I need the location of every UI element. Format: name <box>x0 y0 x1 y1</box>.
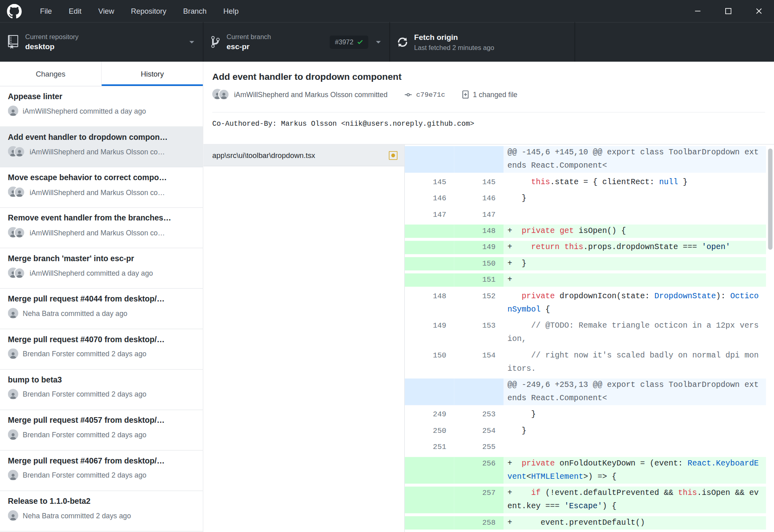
scrollbar-thumb[interactable] <box>768 149 772 250</box>
new-line-number: 154 <box>454 349 504 376</box>
maximize-button[interactable] <box>713 0 743 22</box>
github-desktop-window: FileEditViewRepositoryBranchHelp Current… <box>0 0 774 532</box>
commit-list-item[interactable]: Merge pull request #4057 from desktop/…B… <box>0 410 203 451</box>
changed-files-icon <box>462 90 470 99</box>
diff-code-text: this.state = { clientRect: null } <box>504 176 766 189</box>
old-line-number <box>405 241 454 254</box>
commit-summary: Add event handler to dropdown component … <box>203 62 774 145</box>
commit-item-title: Merge branch 'master' into esc-pr <box>8 254 195 263</box>
diff-code-text: } <box>504 424 766 438</box>
diff-code-text: } <box>504 192 766 205</box>
menu-branch[interactable]: Branch <box>175 0 215 22</box>
diff-added-line: 150+ } <box>405 256 766 272</box>
diff-code-text: + <box>504 273 766 287</box>
check-icon <box>357 39 363 46</box>
commit-item-title: Merge pull request #4044 from desktop/… <box>8 295 195 303</box>
sidebar: Changes History Appease linteriAmWillShe… <box>0 62 203 532</box>
old-line-number: 251 <box>405 441 454 454</box>
minimize-button[interactable] <box>682 0 713 22</box>
sync-icon <box>398 36 407 48</box>
new-line-number: 257 <box>454 486 504 513</box>
diff-code-text: } <box>504 408 766 422</box>
tab-changes[interactable]: Changes <box>0 62 102 86</box>
commit-list-item[interactable]: Remove event handler from the branches…i… <box>0 208 203 248</box>
diff-view: @@ -145,6 +145,10 @@ export class Toolba… <box>405 145 766 532</box>
old-line-number: 145 <box>405 176 454 189</box>
current-repository-button[interactable]: Current repository desktop <box>0 22 203 62</box>
avatar-pair <box>8 227 25 238</box>
new-line-number: 151 <box>454 273 504 287</box>
avatar <box>8 348 19 359</box>
new-line-number: 150 <box>454 257 504 270</box>
diff-context-line: 145145 this.state = { clientRect: null } <box>405 174 766 190</box>
commit-list-item[interactable]: Merge pull request #4044 from desktop/…N… <box>0 289 203 329</box>
file-list-item[interactable]: app\src\ui\toolbar\dropdown.tsx <box>203 145 404 166</box>
diff-code-text: + private get isOpen() { <box>504 224 766 238</box>
diff-code-text: + return this.props.dropdownState === 'o… <box>504 241 766 254</box>
commit-list-item[interactable]: Release to 1.1.0-beta2Neha Batra committ… <box>0 491 203 531</box>
commit-item-title: Appease linter <box>8 92 195 101</box>
avatar-pair <box>8 187 25 198</box>
diff-code-text <box>504 208 766 222</box>
diff-code-text: private dropdownIcon(state: DropdownStat… <box>504 290 766 316</box>
commit-list-item[interactable]: Merge pull request #4070 from desktop/…B… <box>0 329 203 370</box>
avatar-stack <box>8 308 19 318</box>
avatar <box>8 429 19 440</box>
menu-help[interactable]: Help <box>215 0 247 22</box>
commit-list-item[interactable]: Merge branch 'master' into esc-priAmWill… <box>0 248 203 289</box>
current-branch-label: Current branch <box>227 33 271 40</box>
commit-list-item[interactable]: Move escape behavior to correct compo…iA… <box>0 167 203 208</box>
new-line-number: 256 <box>454 457 504 484</box>
commit-list-item[interactable]: Merge pull request #4067 from desktop/…B… <box>0 451 203 491</box>
old-line-number: 147 <box>405 208 454 222</box>
menu-view[interactable]: View <box>90 0 123 22</box>
new-line-number: 149 <box>454 241 504 254</box>
commit-item-byline: iAmWillShepherd and Markus Olsson co… <box>29 229 165 237</box>
changed-files-list: app\src\ui\toolbar\dropdown.tsx <box>203 145 405 532</box>
new-line-number: 145 <box>454 176 504 189</box>
commit-item-byline: iAmWillShepherd committed a day ago <box>29 269 153 277</box>
old-line-number <box>405 457 454 484</box>
diff-added-line: 149+ return this.props.dropdownState ===… <box>405 239 766 256</box>
menu-file[interactable]: File <box>31 0 60 22</box>
fetch-status: Last fetched 2 minutes ago <box>414 44 494 51</box>
commit-list-item[interactable]: Appease linteriAmWillShepherd committed … <box>0 86 203 127</box>
old-line-number <box>405 378 454 405</box>
fetch-origin-button[interactable]: Fetch origin Last fetched 2 minutes ago <box>390 22 575 62</box>
commit-list-item[interactable]: Add event handler to dropdown compon…iAm… <box>0 127 203 167</box>
diff-code-text: + event.preventDefault() <box>504 516 766 530</box>
maximize-icon <box>725 8 731 15</box>
menu-repository[interactable]: Repository <box>123 0 175 22</box>
old-line-number: 149 <box>405 319 454 346</box>
diff-context-line: 149153 // @TODO: Remake triangle octicon… <box>405 318 766 347</box>
commit-item-byline: iAmWillShepherd committed a day ago <box>23 107 146 115</box>
avatar <box>8 389 19 399</box>
commit-item-title: Merge pull request #4057 from desktop/… <box>8 416 195 425</box>
commit-byline: iAmWillShepherd and Markus Olsson commit… <box>234 91 387 99</box>
avatar-pair <box>8 268 25 279</box>
avatar <box>8 106 19 116</box>
avatar <box>14 268 25 279</box>
diff-code-text: + if (!event.defaultPrevented && this.is… <box>504 486 766 513</box>
avatar-stack <box>8 429 19 440</box>
git-commit-icon <box>404 91 413 99</box>
commit-list-item[interactable]: bump to beta3Brendan Forster committed 2… <box>0 370 203 410</box>
tab-history[interactable]: History <box>102 62 203 86</box>
diff-hunk-header: @@ -145,6 +145,10 @@ export class Toolba… <box>405 145 766 174</box>
commit-item-byline: Neha Batra committed 2 days ago <box>23 511 131 520</box>
menu-edit[interactable]: Edit <box>60 0 90 22</box>
chevron-down-icon <box>375 39 382 45</box>
new-line-number: 148 <box>454 224 504 238</box>
commit-title: Add event handler to dropdown component <box>212 72 765 83</box>
diff-scrollbar[interactable] <box>766 145 774 532</box>
minimize-icon <box>694 8 701 15</box>
avatar <box>218 89 229 100</box>
commit-item-title: Add event handler to dropdown compon… <box>8 133 195 141</box>
current-branch-button[interactable]: Current branch esc-pr #3972 <box>203 22 390 62</box>
toolbar: Current repository desktop Current branc… <box>0 22 774 62</box>
diff-code-text: + private onFoldoutKeyDown = (event: Rea… <box>504 457 766 484</box>
toolbar-spacer <box>575 22 774 62</box>
current-repository-name: desktop <box>25 42 78 51</box>
close-button[interactable] <box>743 0 774 22</box>
diff-context-line: 146146 } <box>405 191 766 207</box>
